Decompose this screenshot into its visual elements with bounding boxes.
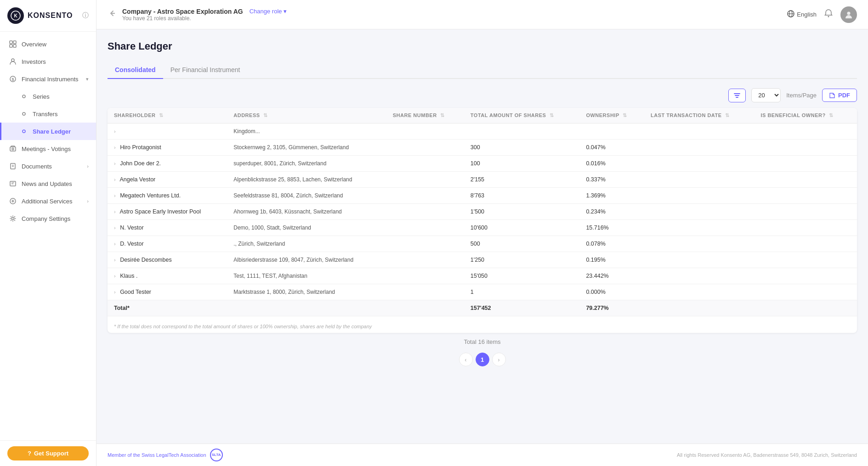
sidebar-item-additional-services[interactable]: Additional Services › [0,192,96,210]
notification-button[interactable] [824,9,833,20]
items-per-page-select[interactable]: 20 50 100 [751,88,781,102]
language-selector[interactable]: English [787,10,817,19]
sidebar-item-share-ledger[interactable]: Share Ledger [0,123,96,140]
expand-icon[interactable]: › [114,129,116,134]
sidebar-item-company-settings[interactable]: Company Settings [0,210,96,227]
chevron-right-icon: › [87,198,89,204]
cell-total-shares: 100 [464,156,580,172]
pagination-info: Total 16 items [108,338,857,345]
tab-consolidated[interactable]: Consolidated [108,62,163,79]
cell-share-number [386,172,464,188]
col-shareholder[interactable]: SHAREHOLDER ⇅ [108,108,227,124]
svg-point-29 [847,11,851,15]
svg-point-6 [11,59,14,62]
sidebar-item-label: Transfers [33,111,57,118]
sidebar-item-financial-instruments[interactable]: $ Financial Instruments ▾ [0,70,96,88]
sidebar-item-series[interactable]: Series [0,88,96,105]
user-avatar[interactable] [840,6,857,23]
svg-text:$: $ [11,77,14,82]
sort-icon: ⇅ [829,112,834,118]
cell-ownership: 0.234% [579,204,644,220]
total-shares: 157'452 [464,300,580,316]
sidebar-item-label: Documents [22,163,52,170]
support-icon: ? [28,450,31,457]
col-total-shares[interactable]: TOTAL AMOUNT OF SHARES ⇅ [464,108,580,124]
share-ledger-table: SHAREHOLDER ⇅ ADDRESS ⇅ SHARE NUMBER ⇅ [108,108,857,333]
table-row: › Angela Vestor Alpenblickstrasse 25, 88… [108,172,857,188]
sort-icon: ⇅ [725,112,730,118]
cell-beneficial-owner [754,172,857,188]
next-page-button[interactable]: › [492,353,506,366]
sidebar-item-news-updates[interactable]: News and Updates [0,175,96,192]
share-ledger-icon [20,127,28,135]
info-icon[interactable]: ⓘ [82,11,89,20]
expand-icon[interactable]: › [114,225,116,230]
cell-beneficial-owner [754,268,857,284]
cell-shareholder: › Hiro Protagonist [108,140,227,156]
sidebar-item-label: Series [33,93,50,100]
cell-total-shares: 1 [464,284,580,300]
sidebar-item-label: News and Updates [22,180,72,187]
series-icon [20,92,28,101]
cell-share-number [386,268,464,284]
change-role-link[interactable]: Change role ▾ [250,8,287,15]
logo-area: K KONSENTO ⓘ [0,0,96,32]
col-last-transaction[interactable]: LAST TRANSACTION DATE ⇅ [644,108,754,124]
expand-icon[interactable]: › [114,145,116,150]
expand-icon[interactable]: › [114,161,116,166]
logo-text: KONSENTO [28,11,73,20]
col-beneficial-owner[interactable]: IS BENEFICIAL OWNER? ⇅ [754,108,857,124]
tab-per-financial-instrument[interactable]: Per Financial Instrument [163,62,248,79]
sidebar-item-overview[interactable]: Overview [0,35,96,53]
sort-icon: ⇅ [550,112,554,118]
cell-address: Alpenblickstrasse 25, 8853, Lachen, Swit… [227,172,386,188]
col-address[interactable]: ADDRESS ⇅ [227,108,386,124]
expand-icon[interactable]: › [114,209,116,214]
back-button[interactable] [108,9,117,20]
tabs: Consolidated Per Financial Instrument [108,62,857,79]
cell-total-shares: 500 [464,236,580,252]
expand-icon[interactable]: › [114,257,116,263]
sidebar-nav: Overview Investors $ Financial Instrumen… [0,32,96,440]
col-ownership[interactable]: OWNERSHIP ⇅ [579,108,644,124]
cell-beneficial-owner [754,252,857,268]
pdf-button[interactable]: PDF [822,89,857,102]
expand-icon[interactable]: › [114,289,116,295]
footer-member: Member of the Swiss LegalTech Associatio… [108,449,223,461]
roles-available: You have 21 roles available. [122,15,287,22]
expand-icon[interactable]: › [114,193,116,198]
company-name: Company - Astro Space Exploration AG [122,8,243,15]
sidebar-item-meetings-votings[interactable]: Meetings - Votings [0,140,96,157]
cell-ownership: 0.337% [579,172,644,188]
sidebar-item-label: Company Settings [22,215,70,222]
globe-icon [787,10,795,19]
sidebar-item-transfers[interactable]: Transfers [0,105,96,123]
sidebar-item-investors[interactable]: Investors [0,53,96,70]
disclaimer: * If the total does not correspond to th… [108,320,857,333]
cell-address: Stockernweg 2, 3105, Gümmenen, Switzerla… [227,140,386,156]
support-button[interactable]: ? Get Support [7,446,89,460]
cell-total-shares [464,124,580,140]
cell-total-shares: 8'763 [464,188,580,204]
financial-instruments-icon: $ [9,75,17,83]
expand-icon[interactable]: › [114,177,116,182]
total-label: Total* [108,300,227,316]
transfers-icon [20,110,28,118]
table-row: › Megatech Ventures Ltd. Seefeldstrasse … [108,188,857,204]
page-1-button[interactable]: 1 [476,353,489,366]
cell-last-transaction [644,252,754,268]
cell-last-transaction [644,124,754,140]
cell-share-number [386,236,464,252]
cell-beneficial-owner [754,156,857,172]
sidebar-item-label: Financial Instruments [22,76,79,83]
expand-icon[interactable]: › [114,241,116,247]
filter-button[interactable] [728,89,746,102]
cell-shareholder: › Klaus . [108,268,227,284]
sidebar-item-documents[interactable]: Documents › [0,157,96,175]
expand-icon[interactable]: › [114,273,116,279]
cell-address: Albisriederstrasse 109, 8047, Zürich, Sw… [227,252,386,268]
cell-share-number [386,156,464,172]
investors-icon [9,57,17,66]
prev-page-button[interactable]: ‹ [459,353,473,366]
col-share-number[interactable]: SHARE NUMBER ⇅ [386,108,464,124]
